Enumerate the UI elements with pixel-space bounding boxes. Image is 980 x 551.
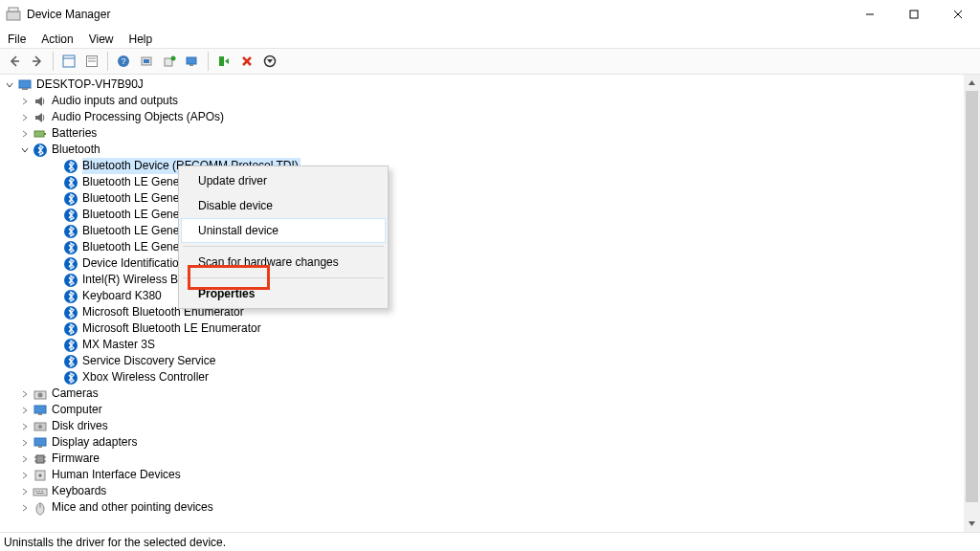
menu-file[interactable]: File bbox=[4, 31, 33, 48]
device-tree[interactable]: DESKTOP-VH7B90J Audio inputs and outputs… bbox=[0, 75, 980, 516]
tree-category-cameras[interactable]: Cameras bbox=[4, 386, 980, 402]
svg-rect-16 bbox=[144, 59, 149, 63]
tree-category-disk[interactable]: Disk drives bbox=[4, 418, 980, 434]
ctx-disable-device[interactable]: Disable device bbox=[181, 193, 386, 218]
tree-device-bt-k380[interactable]: Keyboard K380 bbox=[4, 288, 980, 304]
statusbar: Uninstalls the driver for the selected d… bbox=[0, 532, 980, 551]
tree-device-label: Bluetooth LE Generi bbox=[82, 174, 186, 190]
tree-root-label: DESKTOP-VH7B90J bbox=[36, 77, 144, 93]
minimize-button[interactable] bbox=[848, 0, 892, 29]
tree-device-bt-mx[interactable]: MX Master 3S bbox=[4, 337, 980, 353]
tree-category-audio-io[interactable]: Audio inputs and outputs bbox=[4, 93, 980, 109]
scan-hardware-button[interactable] bbox=[136, 51, 157, 72]
keyboard-icon bbox=[33, 484, 48, 499]
bluetooth-icon bbox=[33, 143, 48, 158]
svg-rect-52 bbox=[36, 455, 44, 463]
back-button[interactable] bbox=[4, 51, 25, 72]
scroll-up-icon[interactable] bbox=[964, 75, 980, 91]
ctx-properties[interactable]: Properties bbox=[181, 281, 386, 306]
menu-view[interactable]: View bbox=[81, 31, 122, 48]
tree-device-bt-sds[interactable]: Service Discovery Service bbox=[4, 353, 980, 369]
tree-device-bt-le-1[interactable]: Bluetooth LE Generi bbox=[4, 174, 980, 190]
tree-device-bt-le-4[interactable]: Bluetooth LE Generi bbox=[4, 223, 980, 239]
svg-rect-1 bbox=[9, 8, 18, 11]
tree-category-computer[interactable]: Computer bbox=[4, 402, 980, 418]
tree-device-bt-intel[interactable]: Intel(R) Wireless Blu bbox=[4, 272, 980, 288]
tree-root[interactable]: DESKTOP-VH7B90J bbox=[4, 77, 980, 93]
chevron-right-icon[interactable] bbox=[19, 405, 31, 416]
tree-category-label: Disk drives bbox=[52, 418, 108, 434]
bluetooth-icon bbox=[63, 338, 78, 353]
tree-category-label: Computer bbox=[52, 402, 102, 418]
tree-device-bt-le-enum[interactable]: Microsoft Bluetooth LE Enumerator bbox=[4, 320, 980, 337]
bluetooth-icon bbox=[63, 354, 78, 369]
tree-category-mice[interactable]: Mice and other pointing devices bbox=[4, 499, 980, 516]
chevron-right-icon[interactable] bbox=[19, 421, 31, 432]
forward-button[interactable] bbox=[27, 51, 48, 72]
chevron-right-icon[interactable] bbox=[19, 502, 31, 514]
tree-device-bt-le-3[interactable]: Bluetooth LE Generi bbox=[4, 207, 980, 223]
chevron-right-icon[interactable] bbox=[19, 388, 31, 400]
tree-device-label: Bluetooth LE Generi bbox=[82, 223, 186, 239]
tree-device-bt-devid[interactable]: Device Identification bbox=[4, 255, 980, 272]
ctx-uninstall-device[interactable]: Uninstall device bbox=[181, 218, 386, 243]
tree-category-firmware[interactable]: Firmware bbox=[4, 451, 980, 467]
tree-device-label: Bluetooth LE Generi bbox=[82, 190, 186, 207]
chevron-right-icon[interactable] bbox=[19, 453, 31, 465]
svg-point-49 bbox=[38, 425, 42, 429]
tree-category-label: Human Interface Devices bbox=[52, 467, 181, 483]
scroll-down-icon[interactable] bbox=[964, 516, 980, 532]
svg-rect-63 bbox=[36, 493, 44, 494]
tree-device-bt-le-5[interactable]: Bluetooth LE Generi bbox=[4, 239, 980, 255]
enable-device-button[interactable] bbox=[213, 51, 234, 72]
tree-category-hid[interactable]: Human Interface Devices bbox=[4, 467, 980, 483]
computer-root-icon bbox=[17, 77, 33, 93]
maximize-button[interactable] bbox=[892, 0, 936, 29]
tree-device-bt-le-2[interactable]: Bluetooth LE Generi bbox=[4, 190, 980, 207]
chevron-right-icon[interactable] bbox=[19, 486, 31, 497]
scrollbar-thumb[interactable] bbox=[966, 91, 978, 502]
tree-category-batteries[interactable]: Batteries bbox=[4, 125, 980, 142]
tree-device-bt-enum[interactable]: Microsoft Bluetooth Enumerator bbox=[4, 304, 980, 320]
chevron-right-icon[interactable] bbox=[19, 437, 31, 449]
chevron-right-icon[interactable] bbox=[19, 128, 31, 140]
chevron-down-icon[interactable] bbox=[19, 144, 31, 156]
svg-rect-17 bbox=[165, 58, 172, 66]
tree-category-label: Batteries bbox=[52, 125, 97, 142]
uninstall-device-button[interactable] bbox=[236, 51, 257, 72]
tree-category-keyboards[interactable]: Keyboards bbox=[4, 483, 980, 499]
svg-rect-59 bbox=[33, 489, 47, 496]
chevron-right-icon[interactable] bbox=[19, 470, 31, 481]
tree-device-bt-rfcomm[interactable]: Bluetooth Device (RFCOMM Protocol TDI) bbox=[4, 158, 980, 174]
menu-action[interactable]: Action bbox=[33, 31, 80, 48]
svg-rect-47 bbox=[38, 413, 42, 415]
disable-device-button[interactable] bbox=[259, 51, 280, 72]
close-button[interactable] bbox=[936, 0, 980, 29]
properties-toolbar-button[interactable] bbox=[81, 51, 102, 72]
chevron-right-icon[interactable] bbox=[19, 96, 31, 107]
update-driver-button[interactable] bbox=[182, 51, 203, 72]
tree-device-bt-xbox[interactable]: Xbox Wireless Controller bbox=[4, 369, 980, 386]
add-legacy-button[interactable] bbox=[159, 51, 180, 72]
menu-help[interactable]: Help bbox=[122, 31, 161, 48]
speaker-icon bbox=[33, 94, 48, 109]
svg-rect-0 bbox=[7, 11, 20, 20]
ctx-separator bbox=[183, 246, 384, 247]
svg-rect-3 bbox=[910, 11, 918, 18]
svg-rect-27 bbox=[34, 131, 44, 137]
chevron-right-icon[interactable] bbox=[19, 112, 31, 123]
chevron-down-icon[interactable] bbox=[4, 79, 15, 91]
tree-category-apo[interactable]: Audio Processing Objects (APOs) bbox=[4, 109, 980, 125]
tree-device-label: Keyboard K380 bbox=[82, 288, 162, 304]
vertical-scrollbar[interactable] bbox=[964, 75, 980, 532]
tree-category-display[interactable]: Display adapters bbox=[4, 434, 980, 451]
tree-device-label: Device Identification bbox=[82, 255, 185, 272]
monitor-icon bbox=[33, 403, 48, 418]
show-hide-tree-button[interactable] bbox=[58, 51, 79, 72]
menubar: File Action View Help bbox=[0, 29, 980, 48]
tree-device-label: Intel(R) Wireless Blu bbox=[82, 272, 187, 288]
ctx-scan-hardware[interactable]: Scan for hardware changes bbox=[181, 250, 386, 275]
ctx-update-driver[interactable]: Update driver bbox=[181, 168, 386, 193]
tree-category-bluetooth[interactable]: Bluetooth bbox=[4, 142, 980, 158]
help-button[interactable]: ? bbox=[113, 51, 134, 72]
